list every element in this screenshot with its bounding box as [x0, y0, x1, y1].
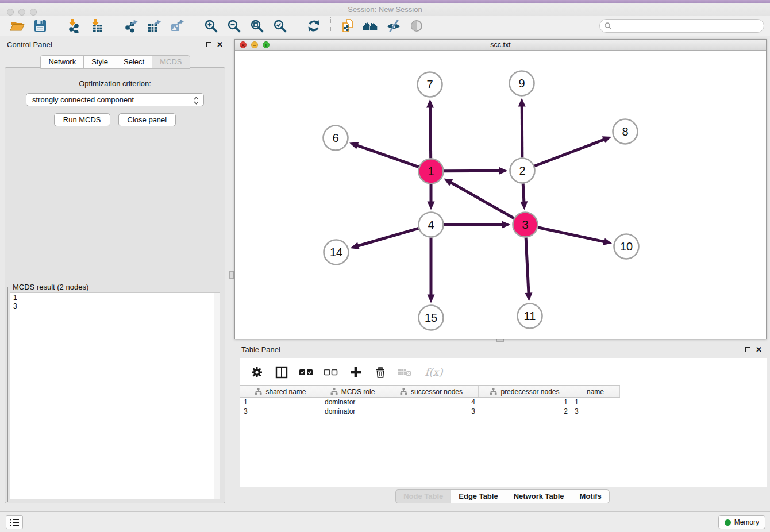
- cell-shared-name[interactable]: 1: [240, 398, 321, 407]
- tab-select[interactable]: Select: [116, 55, 152, 69]
- first-neighbors-button[interactable]: [359, 17, 382, 34]
- clone-network-button[interactable]: [336, 17, 359, 34]
- cell-successor-nodes[interactable]: 4: [384, 398, 479, 407]
- column-header-shared-name[interactable]: shared name: [240, 386, 321, 397]
- edge-1-2[interactable]: [444, 171, 500, 171]
- cell-shared-name[interactable]: 3: [240, 407, 321, 416]
- column-header-successor-nodes[interactable]: successor nodes: [384, 386, 479, 397]
- close-window-icon[interactable]: [7, 9, 14, 16]
- table-settings-button[interactable]: [249, 365, 264, 380]
- cell-name[interactable]: 3: [571, 407, 620, 416]
- tab-node-table[interactable]: Node Table: [395, 489, 451, 503]
- cell-predecessor-nodes[interactable]: 1: [479, 398, 571, 407]
- arrowhead-icon: [520, 201, 528, 210]
- cell-predecessor-nodes[interactable]: 2: [479, 407, 571, 416]
- minimize-network-icon[interactable]: −: [251, 41, 258, 48]
- minimize-window-icon[interactable]: [18, 9, 25, 16]
- table-row[interactable]: 3dominator323: [240, 407, 620, 416]
- control-panel: Control Panel ✕ NetworkStyleSelectMCDS O…: [0, 36, 230, 511]
- float-table-panel-icon[interactable]: [745, 347, 750, 352]
- tab-edge-table[interactable]: Edge Table: [451, 489, 506, 503]
- column-header-MCDS-role[interactable]: MCDS role: [321, 386, 384, 397]
- tab-motifs[interactable]: Motifs: [572, 489, 610, 503]
- select-all-button[interactable]: [299, 365, 314, 380]
- column-header-predecessor-nodes[interactable]: predecessor nodes: [479, 386, 571, 397]
- import-network-button[interactable]: [63, 17, 86, 34]
- edge-3-1[interactable]: [450, 182, 514, 218]
- network-canvas[interactable]: 1234678910111415: [235, 51, 766, 339]
- node-table[interactable]: shared nameMCDS rolesuccessor nodesprede…: [240, 385, 620, 416]
- delete-table-icon: [398, 367, 413, 378]
- import-table-button[interactable]: [86, 17, 109, 34]
- search-field[interactable]: [599, 19, 764, 33]
- function-builder-button[interactable]: f(x): [422, 365, 445, 380]
- zoom-fit-button[interactable]: [245, 17, 268, 34]
- plus-icon: [349, 366, 362, 379]
- close-table-panel-icon[interactable]: ✕: [756, 346, 762, 353]
- window-traffic-lights[interactable]: [7, 9, 37, 16]
- tab-network-table[interactable]: Network Table: [506, 489, 572, 503]
- memory-button[interactable]: Memory: [718, 515, 765, 529]
- edge-1-6[interactable]: [356, 145, 418, 167]
- edge-2-9[interactable]: [522, 105, 522, 157]
- delete-row-button[interactable]: [373, 365, 388, 380]
- zoom-selected-button[interactable]: [268, 17, 291, 34]
- column-label: name: [587, 388, 604, 396]
- tab-network[interactable]: Network: [40, 55, 84, 69]
- maximize-window-icon[interactable]: [30, 9, 37, 16]
- cell-successor-nodes[interactable]: 3: [384, 407, 479, 416]
- run-mcds-button[interactable]: Run MCDS: [54, 113, 110, 126]
- edge-2-8[interactable]: [534, 139, 605, 166]
- apply-layout-button[interactable]: [302, 17, 325, 34]
- edge-4-14[interactable]: [357, 228, 418, 246]
- add-row-button[interactable]: [348, 365, 363, 380]
- network-window-traffic-lights[interactable]: ✕ − +: [240, 41, 270, 48]
- tab-mcds[interactable]: MCDS: [152, 55, 190, 69]
- edge-3-10[interactable]: [538, 228, 605, 242]
- status-bar: Memory: [0, 511, 770, 532]
- vertical-splitter-handle[interactable]: [229, 271, 234, 279]
- optimization-criterion-select[interactable]: strongly connected component: [26, 93, 204, 106]
- export-table-button[interactable]: [143, 17, 165, 34]
- edge-1-7[interactable]: [430, 106, 430, 158]
- table-panel-title: Table Panel: [241, 345, 280, 354]
- network-window-titlebar[interactable]: ✕ − + scc.txt: [235, 40, 766, 51]
- node-label-3: 3: [522, 218, 528, 231]
- close-panel-icon[interactable]: ✕: [217, 41, 223, 48]
- cell-MCDS-role[interactable]: dominator: [321, 407, 384, 416]
- window-titlebar: Session: New Session: [0, 3, 770, 16]
- network-graph[interactable]: 1234678910111415: [235, 51, 766, 339]
- eye-disabled-icon: [409, 18, 424, 33]
- edge-2-3[interactable]: [523, 183, 524, 203]
- edge-3-11[interactable]: [526, 237, 529, 294]
- table-row[interactable]: 1dominator411: [240, 398, 620, 407]
- hide-selected-button[interactable]: [382, 17, 405, 34]
- cell-MCDS-role[interactable]: dominator: [321, 398, 384, 407]
- save-session-button[interactable]: [29, 17, 52, 34]
- zoom-network-icon[interactable]: +: [263, 41, 270, 48]
- task-history-button[interactable]: [6, 515, 23, 529]
- zoom-out-button[interactable]: [222, 17, 245, 34]
- column-header-name[interactable]: name: [571, 386, 620, 397]
- arrowhead-icon: [349, 142, 359, 149]
- deselect-all-button[interactable]: [324, 365, 338, 380]
- open-session-button[interactable]: [6, 17, 29, 34]
- main-toolbar: [0, 16, 770, 36]
- zoom-in-button[interactable]: [199, 17, 222, 34]
- float-panel-icon[interactable]: [206, 42, 211, 47]
- close-network-icon[interactable]: ✕: [240, 41, 247, 48]
- arrowhead-icon: [525, 292, 532, 301]
- close-panel-button[interactable]: Close panel: [118, 113, 176, 126]
- search-input[interactable]: [612, 22, 760, 30]
- tab-style[interactable]: Style: [83, 55, 116, 69]
- show-columns-button[interactable]: [274, 365, 289, 380]
- show-all-button[interactable]: [405, 17, 428, 34]
- export-network-button[interactable]: [120, 17, 143, 34]
- cell-name[interactable]: 1: [571, 398, 620, 407]
- arrowhead-icon: [428, 295, 435, 303]
- result-scrollbar[interactable]: [214, 293, 220, 499]
- mcds-result-list[interactable]: 13: [10, 292, 220, 499]
- export-image-button[interactable]: [165, 17, 188, 34]
- delete-table-button[interactable]: [398, 365, 413, 380]
- clone-network-icon: [340, 18, 355, 33]
